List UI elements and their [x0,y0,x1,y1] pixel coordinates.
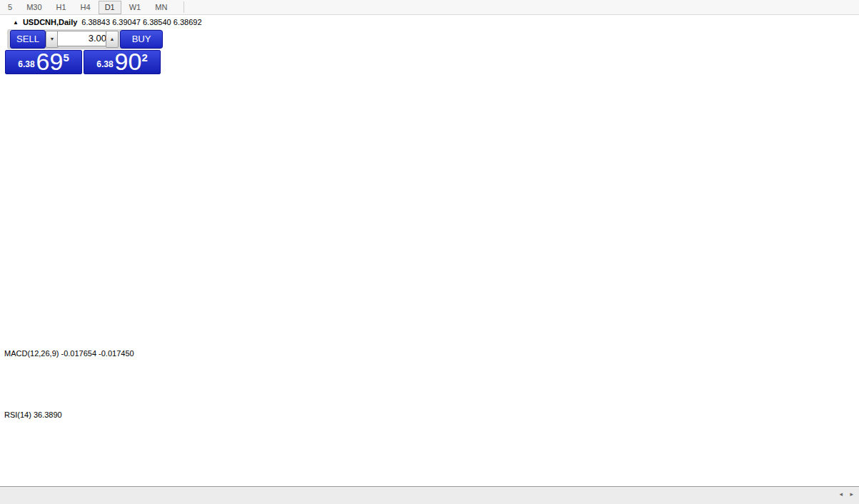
sell-price-prefix: 6.38 [18,59,34,69]
timeframe-button-m30[interactable]: M30 [20,1,48,14]
tab-scroll-arrows[interactable]: ◂ ▸ [839,490,856,498]
macd-indicator-label: MACD(12,26,9) -0.017654 -0.017450 [4,349,134,358]
timeframe-button-h1[interactable]: H1 [50,1,73,14]
symbol-tab-bar: ◂ ▸ [0,486,859,504]
one-click-trade-panel: SELL ▼ 3.00 ▲ BUY 6.38 69 5 6.38 90 2 [4,29,163,76]
toolbar-separator [184,1,184,13]
timeframe-toolbar: 5M30H1H4D1W1MN [0,0,859,15]
timeframe-button-w1[interactable]: W1 [123,1,148,14]
trading-terminal-window: 5M30H1H4D1W1MN ▲ USDCNH,Daily 6.38843 6.… [0,0,859,504]
timeframe-button-h4[interactable]: H4 [74,1,97,14]
chart-ohlc-values: 6.38843 6.39047 6.38540 6.38692 [81,18,201,26]
sell-button[interactable]: SELL [10,30,46,49]
timeframe-button-5[interactable]: 5 [1,1,19,14]
chart-symbol-label: USDCNH,Daily [23,18,77,26]
buy-price-button[interactable]: 6.38 90 2 [84,50,161,74]
timeframe-button-d1[interactable]: D1 [99,1,121,14]
chart-title: ▲ USDCNH,Daily 6.38843 6.39047 6.38540 6… [13,18,202,26]
sell-price-pip: 5 [63,52,69,63]
timeframe-button-mn[interactable]: MN [149,1,174,14]
buy-price-prefix: 6.38 [96,59,113,69]
buy-price-pip: 2 [141,52,147,63]
collapse-trade-panel-icon[interactable]: ▲ [13,19,19,26]
buy-button[interactable]: BUY [120,30,163,49]
buy-price-big: 90 [115,51,142,72]
rsi-indicator-label: RSI(14) 36.3890 [4,410,62,419]
sell-price-button[interactable]: 6.38 69 5 [5,50,82,74]
volume-increase-button[interactable]: ▲ [106,31,119,48]
volume-input[interactable]: 3.00 [57,31,111,46]
sell-price-big: 69 [36,51,64,72]
